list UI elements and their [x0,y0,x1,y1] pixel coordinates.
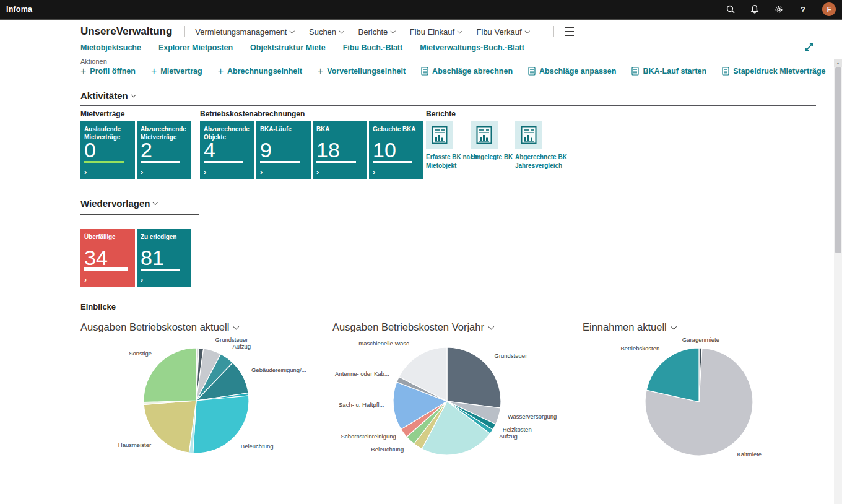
report-umgelegte-bk[interactable]: Umgelegte BK [471,121,513,170]
section-title-aktivitaeten[interactable]: Aktivitäten [80,90,135,101]
pie-label: Sach- u. Haftpfl... [339,401,384,408]
chart-title-betriebskosten-vorjahr[interactable]: Ausgaben Betriebskosten Vorjahr [332,321,493,333]
tile-progress-bar [316,161,356,163]
scrollbar-up-arrow[interactable]: ▲ [834,59,842,67]
plus-icon: + [218,67,224,75]
menu-vermietungsmanagement[interactable]: Vermietungsmanagement [195,27,294,37]
user-avatar[interactable]: F [822,2,836,16]
report-chart-icon [515,121,542,149]
pie-slice [447,347,501,408]
more-menu-hamburger-icon[interactable] [565,25,574,37]
document-icon [722,67,729,76]
topbar-icon-group: ? F [726,2,836,16]
action-abrechnungseinheit[interactable]: +Abrechnungseinheit [218,67,302,76]
action-stapeldruck-mietvertraege[interactable]: Stapeldruck Mietverträge [722,67,825,76]
action-profil-oeffnen[interactable]: +Profil öffnen [80,67,136,76]
tile-chevron-icon: › [141,275,143,284]
chart-title-einnahmen-aktuell[interactable]: Einnahmen aktuell [583,321,675,333]
section-divider-short [80,214,199,215]
scrollbar-thumb[interactable] [835,67,841,253]
report-chart-icon [426,121,453,149]
actions-caption: Aktionen [80,58,107,65]
tile-abzurechnende-objekte[interactable]: Abzurechnende Objekte 4 › [200,121,254,179]
chevron-down-icon [153,200,158,205]
chevron-down-icon [488,323,494,329]
plus-icon: + [80,67,86,75]
notifications-bell-icon[interactable] [750,4,760,14]
menu-suchen[interactable]: Suchen [309,27,344,37]
report-shortcuts: Erfasste BK nach Mietobjekt Umgelegte BK… [426,121,557,170]
pie-chart-betriebskosten-vorjahr: GrundsteuerWasserversorgungHeizkostenAuf… [325,336,573,470]
chevron-down-icon [524,28,529,33]
document-icon [528,67,536,76]
pie-label: Hausmeister [118,441,151,448]
tile-bka[interactable]: BKA 18 › [313,121,367,179]
section-divider [80,105,816,106]
actions-bar: +Profil öffnen +Mietvertrag +Abrechnungs… [80,67,842,76]
chevron-down-icon [391,28,396,33]
tile-progress-bar [84,161,124,163]
tile-gebuchte-bka[interactable]: Gebuchte BKA 10 › [369,121,423,179]
pie-label: Kaltmiete [737,451,762,458]
chevron-down-icon [131,92,136,97]
pie-label: Sonstige [129,350,152,357]
pie-chart-betriebskosten-aktuell: GrundsteuerAufzugGebäudereinigung/...Bel… [80,336,322,470]
group-label-mietvertraege: Mietverträge [80,110,124,118]
tile-group-mietvertraege: Auslaufende Mietverträge 0 › Abzurechnen… [80,121,191,179]
nav-divider [553,26,554,37]
action-mietvertrag[interactable]: +Mietvertrag [151,67,202,76]
action-abschlaege-anpassen[interactable]: Abschläge anpassen [528,67,616,76]
top-app-bar: Infoma ? F [0,0,842,19]
tile-chevron-icon: › [260,167,263,176]
help-icon[interactable]: ? [798,4,808,14]
link-objektstruktur-miete[interactable]: Objektstruktur Miete [250,43,326,52]
pie-label: Beleuchtung [241,443,274,450]
section-title-einblicke: Einblicke [80,302,116,311]
tile-chevron-icon: › [316,167,319,176]
group-label-berichte: Berichte [426,110,456,118]
chevron-down-icon [339,28,344,33]
menu-fibu-einkauf[interactable]: Fibu Einkauf [410,27,462,37]
section-divider [80,316,816,316]
chevron-down-icon [458,28,462,33]
action-abschlaege-abrechnen[interactable]: Abschläge abrechnen [421,67,513,76]
quick-links: Mietobjektsuche Explorer Mietposten Obje… [80,43,524,52]
pie-label: Beleuchtung [371,446,404,453]
pie-slice [144,401,196,453]
chart-title-betriebskosten-aktuell[interactable]: Ausgaben Betriebskosten aktuell [80,321,238,333]
section-title-wiedervorlagen[interactable]: Wiedervorlagen [80,198,157,209]
pie-chart-einnahmen-aktuell: GaragenmieteKaltmieteBetriebskosten [576,336,830,470]
pie-label: Antenne- oder Kab... [335,370,389,377]
pie-label: Grundsteuer [495,352,527,359]
menu-berichte[interactable]: Berichte [358,27,395,37]
link-mietverwaltungs-buch-blatt[interactable]: Mietverwaltungs-Buch.-Blatt [420,43,524,52]
tile-progress-bar [204,161,243,163]
pie-label: Grundsteuer [215,336,248,343]
report-abgerechnete-bk-jahresvergleich[interactable]: Abgerechnete BK Jahresvergleich [515,121,557,170]
pie-label: maschienelle Wasc... [358,340,414,347]
action-vorverteilungseinheit[interactable]: +Vorverteilungseinheit [318,67,406,76]
tile-bka-laeufe[interactable]: BKA-Läufe 9 › [256,121,311,179]
tile-ueberfaellige[interactable]: Überfällige 34 › [80,229,135,287]
vertical-scrollbar[interactable]: ▲ [834,59,842,504]
tile-progress-bar [260,161,300,163]
tile-progress-bar [373,161,412,163]
page-title: UnsereVerwaltung [80,25,172,38]
primary-nav: UnsereVerwaltung Vermietungsmanagement S… [80,23,574,40]
expand-resize-icon[interactable] [804,41,815,53]
action-bka-lauf-starten[interactable]: BKA-Lauf starten [632,67,706,76]
search-icon[interactable] [726,4,736,14]
settings-gear-icon[interactable] [774,4,784,14]
pie-label: Garagenmiete [682,336,719,343]
link-fibu-buch-blatt[interactable]: Fibu Buch.-Blatt [343,43,403,52]
pie-label: Schornsteinreinigung [341,433,396,440]
report-erfasste-bk-nach-mietobjekt[interactable]: Erfasste BK nach Mietobjekt [426,121,468,170]
tile-auslaufende-mietvertraege[interactable]: Auslaufende Mietverträge 0 › [80,121,135,179]
chevron-down-icon [233,323,239,329]
tile-abzurechnende-mietvertraege[interactable]: Abzurechnende Mietverträge 2 › [137,121,191,179]
plus-icon: + [318,67,323,75]
link-mietobjektsuche[interactable]: Mietobjektsuche [80,43,141,52]
tile-zu-erledigen[interactable]: Zu erledigen 81 › [137,229,191,287]
menu-fibu-verkauf[interactable]: Fibu Verkauf [477,27,529,37]
link-explorer-mietposten[interactable]: Explorer Mietposten [158,43,233,52]
